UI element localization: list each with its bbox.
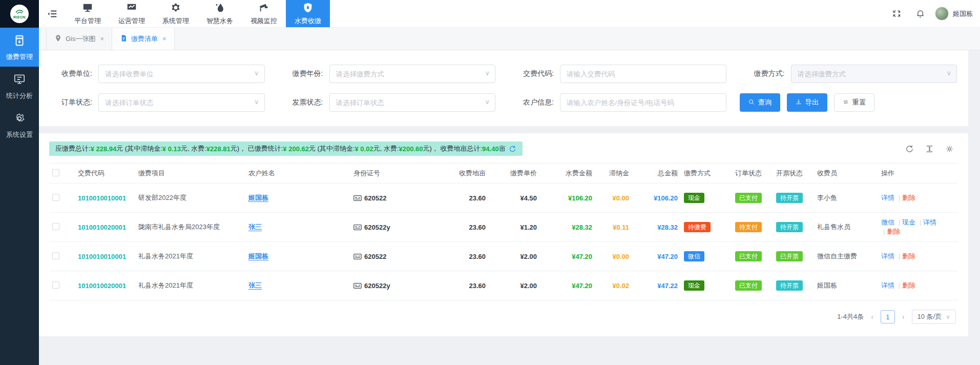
- topnav-item-monitor[interactable]: 平台管理: [66, 0, 110, 27]
- farmer-name-link[interactable]: 张三: [248, 281, 262, 289]
- action-link-详情[interactable]: 详情: [881, 252, 894, 260]
- topnav-item-label: 运营管理: [118, 16, 145, 26]
- filter-label-charge-unit: 收费单位:: [47, 69, 92, 78]
- summary-refresh-icon[interactable]: [509, 145, 516, 153]
- topnav-item-shield[interactable]: 水费收缴: [286, 0, 330, 27]
- sidebar-collapse-icon[interactable]: [39, 0, 66, 27]
- panel-gap: [39, 126, 968, 133]
- status-badge: 微信: [684, 251, 704, 261]
- farmer-name-link[interactable]: 姬国栋: [248, 194, 268, 201]
- payment-method-input[interactable]: [791, 65, 957, 83]
- table-panel: 应缴费总计: ¥ 228.94 元 (其中滞纳金: ¥ 0.13 元, 水费: …: [39, 133, 968, 336]
- row-density-icon[interactable]: [925, 145, 934, 153]
- cell-farmer: 姬国栋: [245, 242, 350, 271]
- action-link-删除[interactable]: 删除: [902, 252, 915, 260]
- status-badge: 现金: [684, 280, 704, 291]
- table-body: 1010010010001 研发部2022年度 姬国栋 620522 23.60…: [49, 184, 958, 300]
- payment-year-input[interactable]: [329, 65, 496, 83]
- cell-id-number: 620522y: [350, 271, 442, 300]
- charge-unit-input[interactable]: [98, 65, 265, 83]
- cell-project: 礼县水务2021年度: [135, 242, 245, 271]
- column-header: 总金额: [632, 164, 681, 184]
- summary-text: 元)， 已缴费统计:: [231, 144, 283, 153]
- farmer-info-input[interactable]: [560, 93, 726, 112]
- summary-text: 亩: [499, 144, 506, 153]
- invoice-status-select[interactable]: ∨: [329, 93, 496, 112]
- cell-pay-method: 现金: [681, 271, 732, 300]
- column-header: 滞纳金: [595, 164, 632, 184]
- sidebar-item-label: 系统设置: [6, 130, 33, 139]
- row-checkbox[interactable]: [52, 281, 59, 289]
- topnav-item-water-drop[interactable]: 智慧水务: [198, 0, 242, 27]
- invoice-status-input[interactable]: [329, 93, 496, 112]
- payment-year-select[interactable]: ∨: [329, 65, 496, 83]
- action-link-微信[interactable]: 微信: [881, 218, 894, 226]
- action-separator: |: [899, 281, 900, 289]
- row-checkbox[interactable]: [52, 252, 59, 259]
- topnav-item-gear[interactable]: 系统管理: [154, 0, 198, 27]
- farmer-name-link[interactable]: 姬国栋: [248, 252, 268, 260]
- cell-collector: 姬国栋: [814, 271, 878, 300]
- action-link-删除[interactable]: 删除: [887, 228, 900, 235]
- fee-summary-bar: 应缴费总计: ¥ 228.94 元 (其中滞纳金: ¥ 0.13 元, 水费: …: [49, 141, 523, 156]
- cell-order-status: 待支付: [732, 213, 773, 242]
- tab-active-缴费清单[interactable]: 缴费清单 ×: [112, 28, 175, 50]
- order-status-input[interactable]: [98, 93, 265, 112]
- column-settings-gear-icon[interactable]: [945, 145, 954, 153]
- export-button[interactable]: 导出: [787, 93, 827, 112]
- tab-close-icon[interactable]: ×: [162, 35, 166, 43]
- reset-button[interactable]: 重置: [834, 93, 874, 112]
- page-size-select[interactable]: 10 条/页 ∨: [912, 310, 956, 324]
- payment-method-select[interactable]: ∨: [791, 65, 957, 83]
- notification-bell-icon[interactable]: [908, 0, 932, 27]
- topnav-item-camera[interactable]: 视频监控: [242, 0, 286, 27]
- prev-page-icon[interactable]: ‹: [869, 313, 875, 321]
- action-link-删除[interactable]: 删除: [902, 281, 915, 289]
- farmer-name-link[interactable]: 张三: [248, 223, 262, 231]
- cell-order-status: 已支付: [732, 242, 773, 271]
- column-header: 收费地亩: [442, 164, 489, 184]
- tab-label: Gis一张图: [66, 34, 96, 44]
- sidebar-item-label: 统计分析: [6, 91, 33, 100]
- app-logo[interactable]: RIEON: [0, 0, 39, 28]
- tab-close-icon[interactable]: ×: [100, 35, 105, 43]
- action-link-现金[interactable]: 现金: [902, 218, 915, 226]
- farmer-info-input[interactable]: [560, 93, 726, 112]
- current-page-button[interactable]: 1: [881, 310, 895, 323]
- sidebar-item-stats-monitor[interactable]: 统计分析: [0, 67, 39, 106]
- action-link-详情[interactable]: 详情: [923, 218, 936, 226]
- fullscreen-icon[interactable]: [885, 0, 908, 27]
- topnav-item-line-chart[interactable]: 运营管理: [110, 0, 154, 27]
- action-link-删除[interactable]: 删除: [902, 194, 915, 201]
- sidebar-item-settings-gear[interactable]: 系统设置: [0, 106, 39, 145]
- status-badge: 已支付: [735, 280, 762, 291]
- user-menu[interactable]: 姬国栋: [932, 0, 980, 27]
- refresh-icon[interactable]: [905, 145, 914, 153]
- row-checkbox[interactable]: [52, 223, 59, 230]
- sidebar: RIEON 缴费管理 统计分析 系统设置: [0, 0, 39, 365]
- search-button[interactable]: 查询: [740, 93, 780, 112]
- next-page-icon[interactable]: ›: [900, 313, 907, 321]
- charge-unit-select[interactable]: ∨: [98, 65, 265, 83]
- cell-project: 陇南市礼县水务局2023年度: [135, 213, 245, 242]
- logo-text: RIEON: [13, 15, 26, 19]
- column-header: 收费员: [814, 164, 878, 184]
- cell-payment-code: 1010010010001: [75, 184, 135, 213]
- tab-inactive-Gis一张图[interactable]: Gis一张图 ×: [46, 28, 112, 50]
- pagination-total: 1-4共4条: [837, 312, 864, 321]
- water-drop-icon: [214, 2, 225, 16]
- fees-table: 交费代码缴费项目农户姓名身份证号收费地亩缴费单价水费金额滞纳金总金额缴费方式订单…: [49, 163, 958, 300]
- select-all-checkbox[interactable]: [52, 169, 59, 176]
- cell-collector: 礼县售水员: [814, 213, 878, 242]
- payment-code-input[interactable]: [560, 65, 726, 83]
- action-link-详情[interactable]: 详情: [881, 281, 894, 289]
- row-checkbox[interactable]: [52, 194, 59, 201]
- action-link-详情[interactable]: 详情: [881, 194, 894, 201]
- cell-invoice-status: 已开票: [773, 242, 814, 271]
- summary-text: 元)， 收费地亩总计:: [423, 144, 483, 153]
- order-status-select[interactable]: ∨: [98, 93, 265, 112]
- settings-gear-icon: [13, 112, 26, 130]
- sidebar-item-water-meter[interactable]: 缴费管理: [0, 28, 39, 67]
- table-header-row: 交费代码缴费项目农户姓名身份证号收费地亩缴费单价水费金额滞纳金总金额缴费方式订单…: [49, 164, 958, 184]
- payment-code-input[interactable]: [560, 65, 726, 83]
